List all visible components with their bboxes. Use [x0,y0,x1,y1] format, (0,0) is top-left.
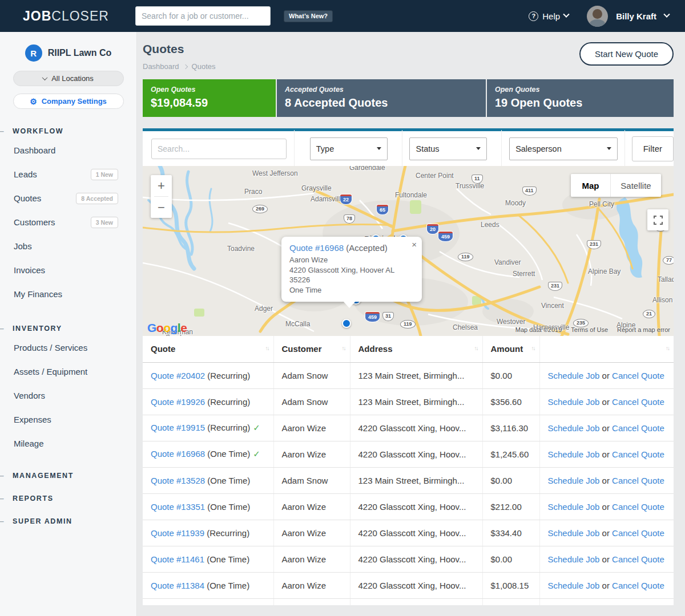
map-pin[interactable] [342,319,351,328]
sort-icon[interactable]: ↑↓ [666,345,669,351]
cancel-quote-link[interactable]: Cancel Quote [612,581,664,590]
column-header-customer[interactable]: Customer↑↓ [273,336,350,362]
sidebar-item-products-services[interactable]: Products / Services [0,336,136,360]
quote-link[interactable]: Quote #11939 [151,528,204,538]
sort-icon[interactable]: ↑↓ [342,345,345,351]
info-window-quote-link[interactable]: Quote #16968 [289,243,344,253]
schedule-job-link[interactable]: Schedule Job [548,397,600,407]
quotes-search-input[interactable] [151,139,287,159]
table-row: Quote #13528 (One Time) Adam Snow 123 Ma… [143,467,674,493]
schedule-job-link[interactable]: Schedule Job [548,554,600,564]
filter-button[interactable]: Filter [632,136,674,161]
sidebar-item-customers[interactable]: Customers3 New [0,210,136,234]
quotes-badge: 8 Accepted [76,193,118,204]
sort-icon[interactable]: ↑↓ [474,345,478,351]
fullscreen-button[interactable] [647,209,668,230]
company-settings-button[interactable]: ⚙ Company Settings [13,94,124,109]
quote-link[interactable]: Quote #13528 [151,476,205,485]
sort-icon[interactable]: ↑↓ [265,345,269,351]
chevron-down-icon [42,75,48,80]
satellite-view-button[interactable]: Satellite [611,174,661,197]
section-super-admin[interactable]: SUPER ADMIN [0,516,136,526]
cancel-quote-link[interactable]: Cancel Quote [612,476,664,485]
column-header-address[interactable]: Address↑↓ [350,336,482,362]
quotes-map[interactable]: West Jefferson Gardendale Center Point T… [143,166,674,336]
quote-link[interactable]: Quote #19926 [151,397,205,407]
table-row-partial [143,598,674,605]
help-icon [529,11,538,21]
user-avatar[interactable] [587,6,608,27]
terms-of-use-link[interactable]: Terms of Use [571,326,608,333]
section-reports[interactable]: REPORTS [0,493,136,504]
quote-link[interactable]: Quote #11384 [151,581,204,590]
divider [501,130,502,168]
type-select[interactable]: Type [310,137,388,160]
amount-cell: $0.00 [482,546,539,572]
zoom-out-button[interactable]: − [151,197,172,218]
map-info-window: × Quote #16968 (Accepted) Aaron Wize 422… [281,237,422,302]
state-route-shield: 119 [458,253,473,261]
schedule-job-link[interactable]: Schedule Job [548,449,600,459]
customer-cell: Aaron Wize [273,572,350,598]
schedule-job-link[interactable]: Schedule Job [548,581,600,590]
customer-cell: Adam Snow [273,362,350,388]
company-settings-label: Company Settings [42,97,107,106]
chevron-down-icon[interactable] [663,11,670,18]
schedule-job-link[interactable]: Schedule Job [548,528,600,538]
section-management[interactable]: MANAGEMENT [0,471,136,481]
sidebar-item-mileage[interactable]: Mileage [0,432,136,456]
customer-cell: Aaron Wize [273,520,350,546]
quote-link[interactable]: Quote #13351 [151,502,205,512]
sidebar-item-assets-equipment[interactable]: Assets / Equipment [0,360,136,384]
quote-link[interactable]: Quote #20402 [151,371,205,380]
dropdown-arrow-icon [607,147,611,150]
map-view-button[interactable]: Map [571,174,611,197]
column-header-actions[interactable]: ↑↓ [539,336,674,362]
filter-panel: Type Status Salesperson Filter [143,128,674,166]
sidebar-item-dashboard[interactable]: Dashboard [0,139,136,163]
cancel-quote-link[interactable]: Cancel Quote [612,371,664,380]
sidebar-item-jobs[interactable]: Jobs [0,234,136,258]
column-header-amount[interactable]: Amount↑↓ [482,336,539,362]
close-icon[interactable]: × [412,240,417,249]
quote-link[interactable]: Quote #16968 [151,449,205,459]
sidebar-item-quotes[interactable]: Quotes8 Accepted [0,187,136,210]
cancel-quote-link[interactable]: Cancel Quote [612,397,664,407]
sidebar-item-expenses[interactable]: Expenses [0,408,136,432]
sort-icon[interactable]: ↑↓ [531,345,535,351]
breadcrumb-dashboard[interactable]: Dashboard [143,62,179,71]
cancel-quote-link[interactable]: Cancel Quote [612,528,664,538]
column-header-quote[interactable]: Quote↑↓ [143,336,273,362]
sidebar-item-invoices[interactable]: Invoices [0,258,136,282]
whats-new-button[interactable]: What’s New? [284,10,333,22]
sidebar-item-vendors[interactable]: Vendors [0,384,136,408]
status-select[interactable]: Status [409,137,487,160]
schedule-job-link[interactable]: Schedule Job [548,371,600,380]
logo-bold: JOB [23,9,51,23]
help-menu[interactable]: Help [529,11,569,21]
quote-link[interactable]: Quote #11461 [151,554,204,564]
all-locations-dropdown[interactable]: All Locations [13,71,124,86]
dropdown-arrow-icon [476,147,481,150]
table-row: Quote #11939 (Recurring) Aaron Wize 4220… [143,520,674,546]
sidebar-item-my-finances[interactable]: My Finances [0,282,136,306]
zoom-in-button[interactable]: + [151,175,172,196]
cancel-quote-link[interactable]: Cancel Quote [612,554,664,564]
report-map-error-link[interactable]: Report a map error [617,326,670,333]
info-window-status: (Accepted) [346,243,388,253]
global-search-input[interactable] [135,6,271,26]
google-logo: Google [147,321,187,335]
schedule-job-link[interactable]: Schedule Job [548,476,600,485]
schedule-job-link[interactable]: Schedule Job [548,423,600,433]
salesperson-select[interactable]: Salesperson [509,137,618,160]
sidebar-item-leads[interactable]: Leads1 New [0,163,136,187]
start-new-quote-button[interactable]: Start New Quote [579,42,674,66]
amount-cell: $356.60 [482,388,539,415]
quote-link[interactable]: Quote #19915 [151,423,205,432]
schedule-job-link[interactable]: Schedule Job [548,502,600,512]
cancel-quote-link[interactable]: Cancel Quote [612,449,664,459]
customers-badge: 3 New [91,217,118,228]
cancel-quote-link[interactable]: Cancel Quote [612,502,664,512]
cancel-quote-link[interactable]: Cancel Quote [612,423,664,433]
company-avatar: R [25,44,42,62]
